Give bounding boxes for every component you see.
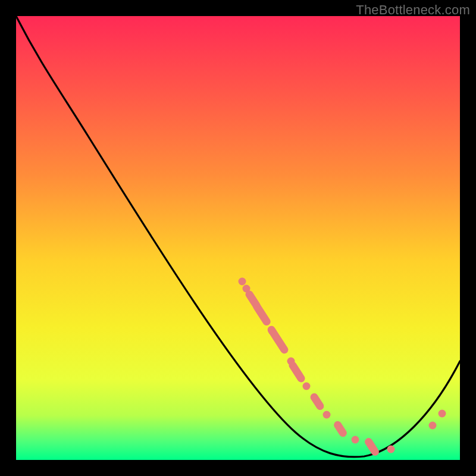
watermark-text: TheBottleneck.com <box>356 2 470 18</box>
marker-blob <box>369 442 375 452</box>
marker-blob <box>271 330 284 350</box>
bottleneck-curve <box>16 16 460 457</box>
marker-dot <box>303 383 311 390</box>
marker-dot <box>352 436 359 444</box>
marker-blob <box>293 365 301 378</box>
plot-area <box>16 16 460 460</box>
chart-svg <box>16 16 460 460</box>
marker-blob <box>314 397 320 406</box>
marker-dot <box>239 278 246 286</box>
marker-dot <box>323 411 331 419</box>
marker-blob <box>257 306 267 321</box>
marker-dot <box>387 446 395 453</box>
chart-canvas: TheBottleneck.com <box>0 0 476 476</box>
marker-dot <box>429 422 437 430</box>
marker-dot <box>439 410 446 418</box>
marker-blob <box>338 425 343 433</box>
